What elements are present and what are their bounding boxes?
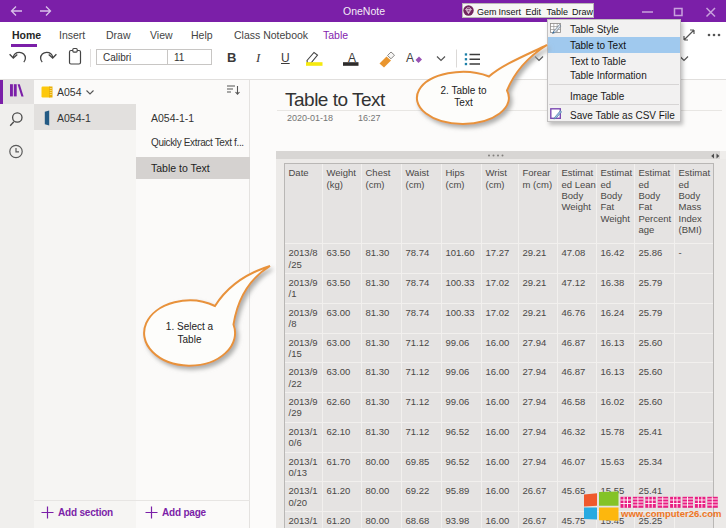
svg-text:A: A xyxy=(406,51,414,65)
